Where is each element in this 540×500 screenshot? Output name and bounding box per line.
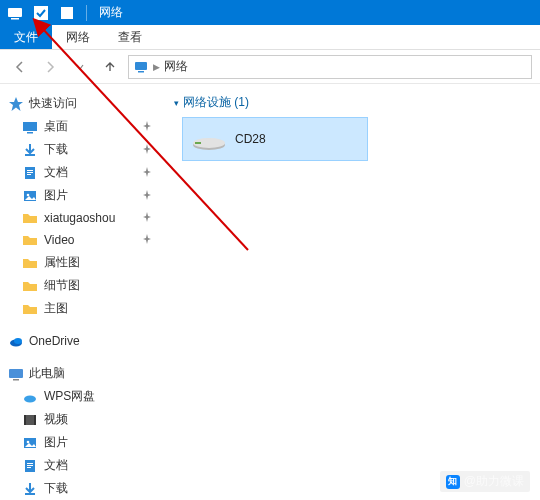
sidebar-item[interactable]: 桌面 xyxy=(0,115,160,138)
svg-rect-9 xyxy=(27,170,33,171)
sidebar-item-label: xiatugaoshou xyxy=(44,211,115,225)
sidebar-header-quick[interactable]: 快速访问 xyxy=(0,92,160,115)
sidebar-header-thispc[interactable]: 此电脑 xyxy=(0,362,160,385)
breadcrumb[interactable]: 网络 xyxy=(164,58,188,75)
svg-rect-5 xyxy=(138,71,144,73)
recent-dropdown[interactable] xyxy=(68,55,92,79)
chevron-down-icon: ▾ xyxy=(174,98,179,108)
svg-rect-1 xyxy=(11,18,19,20)
quick-access-toolbar xyxy=(4,3,91,23)
svg-point-13 xyxy=(27,193,30,196)
sidebar-item[interactable]: 文档 xyxy=(0,454,160,477)
sidebar-item-label: 文档 xyxy=(44,457,68,474)
group-header[interactable]: ▾ 网络设施 (1) xyxy=(174,94,532,111)
sidebar-item-label: WPS网盘 xyxy=(44,388,95,405)
sidebar-item[interactable]: Video xyxy=(0,229,160,251)
video-icon xyxy=(22,412,38,428)
sidebar-item-label: 下载 xyxy=(44,480,68,497)
folder-icon xyxy=(22,232,38,248)
pin-icon xyxy=(142,144,152,156)
svg-point-18 xyxy=(24,395,36,402)
forward-button[interactable] xyxy=(38,55,62,79)
svg-rect-10 xyxy=(27,172,33,173)
star-icon xyxy=(8,96,24,112)
up-button[interactable] xyxy=(98,55,122,79)
sidebar-item[interactable]: 下载 xyxy=(0,477,160,500)
content-pane[interactable]: ▾ 网络设施 (1) CD28 xyxy=(160,84,540,500)
watermark: 知 @助力微课 xyxy=(440,471,530,492)
cloud-icon xyxy=(8,333,24,349)
sidebar-group-onedrive: OneDrive xyxy=(0,330,160,352)
pic-icon xyxy=(22,188,38,204)
sidebar-item-label: 下载 xyxy=(44,141,68,158)
pin-icon xyxy=(142,212,152,224)
tab-network[interactable]: 网络 xyxy=(52,25,104,49)
sidebar-item-label: Video xyxy=(44,233,74,247)
sidebar-item-label: 主图 xyxy=(44,300,68,317)
sidebar-item[interactable]: 下载 xyxy=(0,138,160,161)
folder-icon xyxy=(22,278,38,294)
folder-icon xyxy=(22,255,38,271)
pin-icon xyxy=(142,190,152,202)
folder-icon xyxy=(22,210,38,226)
svg-rect-0 xyxy=(8,8,22,17)
window-title: 网络 xyxy=(99,4,123,21)
app-icon[interactable] xyxy=(4,3,26,23)
desktop-icon xyxy=(22,119,38,135)
sidebar-item[interactable]: 主图 xyxy=(0,297,160,320)
svg-rect-7 xyxy=(27,132,33,134)
svg-rect-6 xyxy=(23,122,37,131)
tab-file[interactable]: 文件 xyxy=(0,25,52,49)
chevron-right-icon: ▶ xyxy=(153,62,160,72)
cloud-icon xyxy=(22,389,38,405)
sidebar-item[interactable]: xiatugaoshou xyxy=(0,207,160,229)
svg-rect-26 xyxy=(27,465,33,466)
svg-rect-2 xyxy=(35,6,48,19)
sidebar-item[interactable]: 图片 xyxy=(0,431,160,454)
sidebar-item[interactable]: 文档 xyxy=(0,161,160,184)
checkbox-icon[interactable] xyxy=(30,3,52,23)
svg-point-23 xyxy=(27,440,30,443)
pin-icon xyxy=(142,234,152,246)
sidebar-header-label: 此电脑 xyxy=(29,365,65,382)
sidebar-item[interactable]: 视频 xyxy=(0,408,160,431)
sidebar-item[interactable]: 细节图 xyxy=(0,274,160,297)
pic-icon xyxy=(22,435,38,451)
sidebar-item-label: 桌面 xyxy=(44,118,68,135)
sidebar-header-onedrive[interactable]: OneDrive xyxy=(0,330,160,352)
svg-rect-16 xyxy=(9,369,23,378)
device-item[interactable]: CD28 xyxy=(182,117,368,161)
pin-icon xyxy=(142,167,152,179)
tab-view[interactable]: 查看 xyxy=(104,25,156,49)
sidebar: 快速访问 桌面下载文档图片xiatugaoshouVideo属性图细节图主图 O… xyxy=(0,84,160,500)
svg-rect-11 xyxy=(27,174,31,175)
svg-rect-17 xyxy=(13,379,19,381)
sidebar-item[interactable]: 属性图 xyxy=(0,251,160,274)
qat-divider xyxy=(86,5,87,21)
download-icon xyxy=(22,481,38,497)
device-icon xyxy=(191,125,227,154)
svg-rect-21 xyxy=(34,415,36,425)
svg-rect-3 xyxy=(61,7,73,19)
doc-icon xyxy=(22,165,38,181)
svg-point-15 xyxy=(14,338,22,344)
ribbon: 文件 网络 查看 xyxy=(0,25,540,50)
sidebar-header-label: OneDrive xyxy=(29,334,80,348)
navbar: ▶ 网络 xyxy=(0,50,540,84)
sidebar-item-label: 图片 xyxy=(44,187,68,204)
sidebar-item-label: 视频 xyxy=(44,411,68,428)
svg-rect-4 xyxy=(135,62,147,70)
sidebar-item-label: 属性图 xyxy=(44,254,80,271)
sidebar-item-label: 图片 xyxy=(44,434,68,451)
sidebar-group-thispc: 此电脑 WPS网盘视频图片文档下载音乐桌面 xyxy=(0,362,160,500)
svg-rect-25 xyxy=(27,463,33,464)
download-icon xyxy=(22,142,38,158)
properties-icon[interactable] xyxy=(56,3,78,23)
address-bar[interactable]: ▶ 网络 xyxy=(128,55,532,79)
sidebar-item[interactable]: 图片 xyxy=(0,184,160,207)
svg-rect-20 xyxy=(24,415,26,425)
sidebar-item-label: 细节图 xyxy=(44,277,80,294)
sidebar-item[interactable]: WPS网盘 xyxy=(0,385,160,408)
back-button[interactable] xyxy=(8,55,32,79)
workspace: 快速访问 桌面下载文档图片xiatugaoshouVideo属性图细节图主图 O… xyxy=(0,84,540,500)
